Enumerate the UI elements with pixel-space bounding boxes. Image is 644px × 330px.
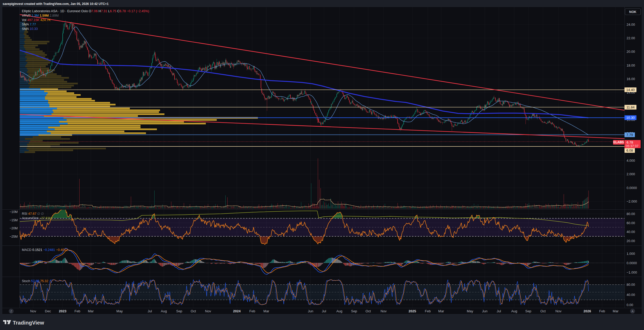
svg-text:MACD 0.1521 −0.2481 −0.4002: MACD 0.1521 −0.2481 −0.4002: [22, 248, 68, 252]
svg-text:0.0000: 0.0000: [627, 186, 637, 190]
svg-text:−1.000: −1.000: [627, 270, 637, 274]
svg-text:−15M: −15M: [9, 218, 18, 222]
svg-text:SMA 10.33: SMA 10.33: [22, 27, 38, 31]
svg-text:Jun: Jun: [308, 309, 313, 313]
svg-text:1.000: 1.000: [627, 252, 635, 256]
svg-text:20.00: 20.00: [627, 50, 635, 54]
svg-text:Oct: Oct: [366, 309, 371, 313]
svg-text:Aug: Aug: [511, 309, 517, 313]
svg-text:80.00: 80.00: [627, 283, 635, 287]
svg-text:Aug: Aug: [161, 309, 167, 313]
svg-text:Nov: Nov: [381, 309, 387, 313]
svg-text:Sep: Sep: [525, 309, 531, 313]
svg-text:ELABS: ELABS: [613, 140, 624, 144]
svg-text:Nov: Nov: [30, 309, 36, 313]
svg-text:−2.000: −2.000: [627, 199, 637, 203]
svg-text:2.000: 2.000: [627, 172, 635, 176]
svg-text:SMA 7.77: SMA 7.77: [22, 23, 36, 26]
svg-text:Vol 497.15K 424.7K: Vol 497.15K 424.7K: [22, 18, 51, 22]
svg-text:Dec: Dec: [45, 309, 51, 313]
svg-text:Feb: Feb: [74, 309, 80, 313]
svg-text:16.00: 16.00: [627, 77, 635, 81]
svg-text:2024: 2024: [233, 309, 241, 313]
svg-text:Nov: Nov: [205, 309, 211, 313]
svg-text:−10M: −10M: [9, 210, 18, 214]
svg-text:−25M: −25M: [9, 235, 18, 238]
svg-text:7.79: 7.79: [626, 133, 633, 137]
svg-text:RSI 47.67 ∅ ∅: RSI 47.67 ∅ ∅: [22, 212, 44, 216]
svg-text:10.30: 10.30: [626, 116, 635, 120]
svg-text:6.78: 6.78: [627, 140, 633, 144]
svg-text:Mar: Mar: [613, 309, 619, 313]
svg-text:Jul: Jul: [497, 309, 501, 313]
svg-text:Oct: Oct: [191, 309, 196, 313]
svg-text:Sep: Sep: [351, 309, 357, 313]
svg-text:Z: Z: [10, 310, 12, 313]
svg-text:60.00: 60.00: [627, 221, 635, 225]
svg-text:20.00: 20.00: [627, 239, 635, 243]
svg-text:−20M: −20M: [9, 227, 18, 230]
svg-text:6.08: 6.08: [626, 148, 633, 152]
svg-text:24.00: 24.00: [627, 23, 635, 27]
svg-text:2026: 2026: [583, 309, 591, 313]
svg-text:2025: 2025: [409, 309, 416, 313]
svg-text:A: A: [632, 310, 634, 313]
svg-text:Sep: Sep: [176, 309, 182, 313]
svg-text:Aug: Aug: [336, 309, 342, 313]
svg-text:Jul: Jul: [148, 309, 152, 313]
svg-text:Feb: Feb: [249, 309, 255, 313]
svg-text:Feb: Feb: [599, 309, 605, 313]
svg-text:NOK: NOK: [629, 10, 636, 14]
svg-text:0.0000: 0.0000: [627, 261, 637, 265]
svg-text:savepiginvest created with Tra: savepiginvest created with TradingView.c…: [3, 2, 109, 6]
svg-text:VRVP 1.3M 1.59M 2.89M: VRVP 1.3M 1.59M 2.89M: [22, 14, 59, 17]
svg-text:Jul: Jul: [322, 309, 326, 313]
svg-text:Mar: Mar: [263, 309, 269, 313]
svg-text:0.00: 0.00: [627, 303, 633, 307]
svg-text:Mar: Mar: [88, 309, 94, 313]
svg-text:May: May: [467, 309, 473, 313]
svg-text:May: May: [116, 309, 123, 313]
svg-text:40.00: 40.00: [627, 230, 635, 234]
svg-text:80.00: 80.00: [627, 212, 635, 216]
svg-text:05:37:37: 05:37:37: [626, 144, 639, 148]
svg-text:Elliptic Laboratories ASA · 1D: Elliptic Laboratories ASA · 1D · Euronex…: [22, 9, 149, 13]
svg-text:22.00: 22.00: [627, 36, 635, 40]
svg-text:Mar: Mar: [438, 309, 444, 313]
svg-text:14.40: 14.40: [626, 88, 635, 92]
svg-text:Accum/Dist −27.81M: Accum/Dist −27.81M: [22, 216, 52, 220]
svg-text:Feb: Feb: [425, 309, 431, 313]
svg-text:18.00: 18.00: [627, 63, 635, 67]
svg-text:Nov: Nov: [556, 309, 562, 313]
svg-text:2023: 2023: [59, 309, 66, 313]
svg-text:Stoch 57.60 75.32: Stoch 57.60 75.32: [22, 279, 48, 283]
svg-text:4.000: 4.000: [627, 159, 635, 163]
svg-text:Jun: Jun: [482, 309, 487, 313]
svg-text:11.84: 11.84: [626, 105, 635, 109]
svg-text:Oct: Oct: [540, 309, 546, 313]
svg-text:40.00: 40.00: [627, 293, 635, 297]
svg-text:TradingView: TradingView: [13, 320, 44, 326]
